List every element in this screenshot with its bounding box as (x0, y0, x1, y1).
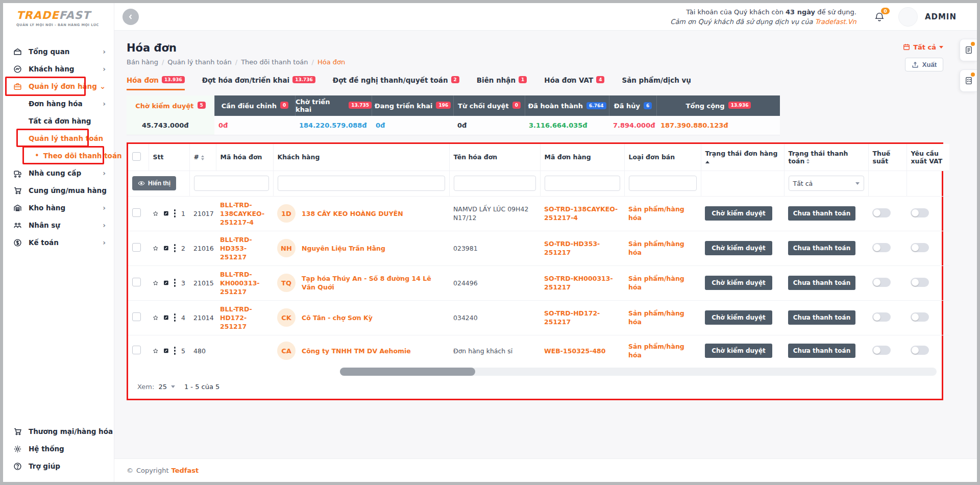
col-payment-status[interactable]: Trạng thái thanh toán (784, 144, 868, 171)
sidebar-item-quan-ly-thanh-toan[interactable]: Quản lý thanh toán (3, 130, 114, 147)
payment-status-button[interactable]: Chưa thanh toán (788, 310, 855, 325)
row-order-code[interactable]: SO-TRD-HD353-251217 (540, 231, 624, 265)
edit-icon[interactable] (163, 313, 169, 322)
filter-order-code-input[interactable] (545, 176, 620, 191)
edit-icon[interactable] (163, 347, 169, 355)
date-filter-dropdown[interactable]: Tất cả (903, 43, 943, 51)
filter-payment-status-select[interactable]: Tất cả (789, 176, 864, 191)
order-status-button[interactable]: Chờ kiểm duyệt (705, 310, 772, 325)
breadcrumb-item[interactable]: Bán hàng (127, 58, 158, 66)
col-order-status[interactable]: Trạng thái đơn hàng (701, 144, 784, 171)
tab-hoa-don[interactable]: Hóa đơn 13.936 (127, 76, 185, 90)
filter-customer-input[interactable] (278, 176, 445, 191)
tax-toggle[interactable] (872, 243, 891, 252)
payment-status-button[interactable]: Chưa thanh toán (788, 344, 855, 358)
payment-status-button[interactable]: Chưa thanh toán (788, 206, 855, 221)
customer-name[interactable]: Tạp hóa Thúy An - Số 8 đường 14 Lê Văn Q… (302, 274, 445, 292)
star-icon[interactable] (153, 347, 159, 355)
kebab-menu-icon[interactable] (174, 350, 176, 352)
payment-status-button[interactable]: Chưa thanh toán (788, 241, 855, 255)
tax-toggle[interactable] (872, 278, 891, 287)
page-size-value[interactable]: 25 (158, 383, 167, 391)
row-invoice-code[interactable]: BLL-TRD-HD172-251217 (216, 300, 273, 335)
sidebar-item-don-hang-hoa[interactable]: Đơn hàng hóa › (3, 95, 114, 112)
kebab-menu-icon[interactable] (174, 247, 176, 249)
row-order-code[interactable]: SO-TRD-KH000313-251217 (540, 265, 624, 300)
row-checkbox[interactable] (132, 312, 141, 321)
row-order-code[interactable]: SO-TRD-138CAYKEO-251217-4 (540, 196, 624, 231)
sidebar-item-tro-giup[interactable]: Trợ giúp (3, 457, 114, 475)
order-status-button[interactable]: Chờ kiểm duyệt (705, 344, 772, 358)
sort-icon[interactable] (806, 159, 810, 164)
filter-sale-type-input[interactable] (629, 176, 697, 191)
star-icon[interactable] (153, 279, 159, 287)
row-invoice-code[interactable]: BLL-TRD-KH000313-251217 (216, 265, 273, 300)
order-status-button[interactable]: Chờ kiểm duyệt (705, 206, 772, 221)
sidebar-item-quan-ly-don-hang[interactable]: Quản lý đơn hàng ⌄ (3, 78, 114, 95)
breadcrumb-item[interactable]: Theo dõi thanh toán (241, 58, 308, 66)
row-order-code[interactable]: WEB-150325-480 (540, 335, 624, 367)
row-invoice-code[interactable]: BLL-TRD-HD353-251217 (216, 231, 273, 265)
row-checkbox[interactable] (132, 208, 141, 217)
edit-icon[interactable] (163, 244, 169, 252)
dock-tasks-button[interactable] (960, 69, 977, 92)
tab-dot-hoa-don-trien-khai[interactable]: Đợt hóa đơn/triển khai 13.736 (202, 76, 315, 90)
row-checkbox[interactable] (132, 278, 141, 286)
row-checkbox[interactable] (132, 243, 141, 252)
show-columns-button[interactable]: Hiển thị (132, 176, 176, 190)
sidebar-item-he-thong[interactable]: Hệ thống (3, 440, 114, 457)
status-da-hoan-thanh[interactable]: Đã hoàn thành6.764 (525, 95, 609, 116)
col-num[interactable]: # (189, 144, 216, 171)
select-all-checkbox[interactable] (132, 152, 141, 161)
order-status-button[interactable]: Chờ kiểm duyệt (705, 276, 772, 290)
customer-name[interactable]: Cô Tân - chợ Sơn Kỳ (302, 313, 373, 322)
export-button[interactable]: Xuất (905, 58, 943, 71)
back-button[interactable] (122, 9, 139, 25)
row-checkbox[interactable] (132, 346, 141, 354)
dock-notes-button[interactable] (960, 39, 977, 61)
star-icon[interactable] (153, 244, 159, 253)
row-invoice-code[interactable]: BLL-TRD-138CAYKEO-251217-4 (216, 196, 273, 231)
vat-request-toggle[interactable] (911, 208, 929, 217)
sidebar-item-nhan-su[interactable]: Nhân sự › (3, 216, 114, 234)
sidebar-item-ke-toan[interactable]: Kế toán › (3, 234, 114, 251)
vat-request-toggle[interactable] (911, 312, 929, 322)
caret-down-icon[interactable] (171, 385, 175, 388)
sidebar-item-khach-hang[interactable]: Khách hàng › (3, 60, 114, 78)
sidebar-item-tong-quan[interactable]: Tổng quan › (3, 43, 114, 60)
row-order-code[interactable]: SO-TRD-HD172-251217 (540, 300, 624, 335)
sort-asc-icon[interactable] (705, 161, 709, 163)
tab-hoa-don-vat[interactable]: Hóa đơn VAT 4 (544, 76, 604, 90)
notifications-button[interactable]: 0 (874, 11, 885, 22)
tab-bien-nhan[interactable]: Biên nhận 1 (477, 76, 527, 90)
tax-toggle[interactable] (872, 208, 891, 217)
tab-san-pham-dich-vu[interactable]: Sản phẩm/dịch vụ (622, 76, 691, 90)
sidebar-item-kho-hang[interactable]: Kho hàng › (3, 199, 114, 216)
vat-request-toggle[interactable] (911, 278, 929, 287)
horizontal-scrollbar[interactable] (340, 368, 937, 376)
kebab-menu-icon[interactable] (174, 212, 176, 214)
tax-toggle[interactable] (872, 346, 891, 355)
status-da-huy[interactable]: Đã hủy6 (609, 95, 656, 116)
payment-status-button[interactable]: Chưa thanh toán (788, 276, 855, 290)
avatar[interactable] (898, 7, 918, 27)
scrollbar-thumb[interactable] (340, 368, 475, 376)
vat-request-toggle[interactable] (911, 346, 929, 355)
status-dang-trien-khai[interactable]: Đang triển khai196 (372, 95, 453, 116)
edit-icon[interactable] (163, 279, 169, 287)
tax-toggle[interactable] (872, 312, 891, 322)
customer-name[interactable]: Công ty TNHH TM DV Aehomie (302, 347, 411, 355)
vat-request-toggle[interactable] (911, 243, 929, 252)
status-tong-cong[interactable]: Tổng cộng13.936 (656, 95, 780, 116)
sidebar-item-cung-ung-mua-hang[interactable]: Cung ứng/mua hàng (3, 182, 114, 199)
row-invoice-code[interactable] (216, 335, 273, 367)
customer-name[interactable]: 138 CÂY KEO HOÀNG DUYÊN (302, 209, 403, 218)
status-can-dieu-chinh[interactable]: Cần điều chỉnh0 (214, 95, 295, 116)
filter-invoice-code-input[interactable] (194, 176, 269, 191)
kebab-menu-icon[interactable] (174, 282, 176, 284)
kebab-menu-icon[interactable] (174, 317, 176, 319)
customer-name[interactable]: Nguyên Liệu Trấn Hằng (302, 244, 385, 253)
star-icon[interactable] (153, 209, 159, 218)
filter-invoice-name-input[interactable] (454, 176, 536, 191)
tab-dot-de-nghi-thanh-quyet-toan[interactable]: Đợt đề nghị thanh/quyết toán 2 (333, 76, 459, 90)
